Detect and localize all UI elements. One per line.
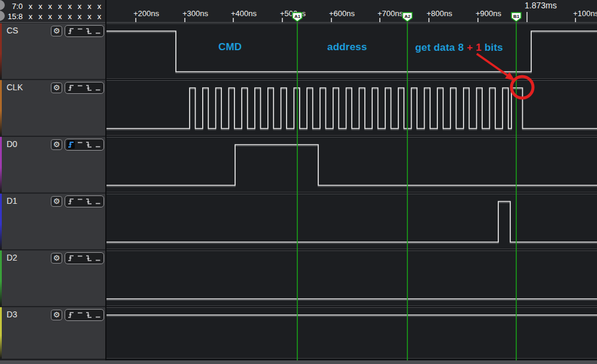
gear-icon[interactable]: ⚙ xyxy=(51,139,62,150)
ruler-tick-mark xyxy=(575,18,576,22)
channel-name-label: CLK xyxy=(7,82,23,92)
wave-lane-d1[interactable] xyxy=(106,194,597,249)
low-level-trigger-icon[interactable] xyxy=(94,254,102,262)
bit-unassigned-mark: x xyxy=(37,2,43,11)
bit-unassigned-mark: x xyxy=(67,2,73,11)
low-level-trigger-icon[interactable] xyxy=(94,84,102,92)
channel-row-d3: D3⚙ xyxy=(0,307,105,359)
panel-divider xyxy=(105,0,106,360)
falling-edge-trigger-icon[interactable] xyxy=(85,197,93,206)
ruler-tick-mark xyxy=(428,18,430,22)
high-level-trigger-icon[interactable] xyxy=(76,311,84,319)
bit-unassigned-mark: x xyxy=(77,12,83,21)
channel-name-label: D1 xyxy=(7,196,17,206)
gear-icon[interactable]: ⚙ xyxy=(51,82,62,93)
high-level-trigger-icon[interactable] xyxy=(76,197,84,206)
rising-edge-trigger-icon[interactable] xyxy=(67,197,75,206)
low-level-trigger-icon[interactable] xyxy=(94,311,102,319)
bit-unassigned-mark: x xyxy=(87,12,93,21)
ruler-tick-label: +900ns xyxy=(476,9,501,18)
channel-row-d2: D2⚙ xyxy=(0,250,105,306)
ruler-tick-mark xyxy=(135,18,136,22)
ruler-tick-label: +700ns xyxy=(377,9,403,18)
low-level-trigger-icon[interactable] xyxy=(94,197,102,206)
bit-unassigned-mark: x xyxy=(96,2,102,11)
trigger-mode-group xyxy=(65,195,104,207)
bit-cells: xxxxxxxx xyxy=(23,12,105,21)
gear-icon[interactable]: ⚙ xyxy=(51,310,62,320)
channel-color-stripe xyxy=(0,23,2,79)
bit-row: 7:0xxxxxxxx xyxy=(0,1,105,11)
falling-edge-trigger-icon[interactable] xyxy=(85,27,93,35)
channel-color-stripe xyxy=(0,194,2,249)
bit-unassigned-mark: x xyxy=(87,2,93,11)
gear-icon[interactable]: ⚙ xyxy=(51,253,62,264)
trigger-mode-group xyxy=(65,309,104,321)
ruler-tick-label: +200ns xyxy=(133,9,159,18)
ruler-tick-label: +100ns xyxy=(573,9,597,18)
rising-edge-trigger-icon[interactable] xyxy=(67,311,75,319)
ruler-tick-mark xyxy=(477,18,479,22)
channel-name-label: D3 xyxy=(7,310,17,319)
high-level-trigger-icon[interactable] xyxy=(76,254,84,262)
gear-icon[interactable]: ⚙ xyxy=(51,196,62,207)
bit-unassigned-mark: x xyxy=(28,12,33,21)
bit-unassigned-mark: x xyxy=(47,2,53,11)
bit-range-label: 7:0 xyxy=(0,2,23,11)
bit-row: 15:8xxxxxxxx xyxy=(0,11,105,21)
rising-edge-trigger-icon[interactable] xyxy=(67,84,75,92)
wave-lane-cs[interactable] xyxy=(106,23,597,79)
trigger-mode-group xyxy=(65,252,104,264)
trigger-mode-group xyxy=(65,82,104,94)
channel-color-stripe xyxy=(0,137,2,192)
wave-lane-d0[interactable] xyxy=(106,137,597,192)
ruler-tick-mark xyxy=(184,18,185,22)
wave-lane-d3[interactable] xyxy=(106,307,597,359)
bit-unassigned-mark: x xyxy=(47,12,53,21)
rising-edge-trigger-icon[interactable] xyxy=(67,254,75,262)
rising-edge-trigger-icon[interactable] xyxy=(67,27,75,35)
channel-name-label: D2 xyxy=(7,253,17,262)
wave-lane-d2[interactable] xyxy=(106,250,597,306)
high-level-trigger-icon[interactable] xyxy=(76,140,84,149)
channel-row-clk: CLK⚙ xyxy=(0,80,105,136)
falling-edge-trigger-icon[interactable] xyxy=(85,140,93,149)
svg-text:A1: A1 xyxy=(294,14,301,19)
trigger-mode-group xyxy=(65,139,104,151)
wave-lane-clk[interactable] xyxy=(106,80,597,136)
gear-icon[interactable]: ⚙ xyxy=(51,26,62,36)
channel-name-label: CS xyxy=(7,26,18,35)
ruler-tick-mark xyxy=(331,18,332,22)
ruler-tick-mark xyxy=(282,18,283,22)
channel-row-d1: D1⚙ xyxy=(0,194,105,249)
bit-unassigned-mark: x xyxy=(37,12,43,21)
ruler-tick-mark xyxy=(379,18,380,22)
ruler-tick-label: +400ns xyxy=(231,9,257,18)
horizontal-scrollbar[interactable] xyxy=(0,360,597,364)
falling-edge-trigger-icon[interactable] xyxy=(85,84,93,92)
ruler-major-label: 1.873ms xyxy=(525,1,557,10)
bit-unassigned-mark: x xyxy=(57,12,63,21)
rising-edge-trigger-icon[interactable] xyxy=(67,140,75,149)
low-level-trigger-icon[interactable] xyxy=(94,140,102,149)
bit-unassigned-mark: x xyxy=(57,2,63,11)
ruler-tick-label: +600ns xyxy=(329,9,355,18)
channel-color-stripe xyxy=(0,307,2,359)
channel-label-panel: CS⚙CLK⚙D0⚙D1⚙D2⚙D3⚙ xyxy=(0,23,105,360)
top-header: 7:0xxxxxxxx15:8xxxxxxxx +200ns+300ns+400… xyxy=(0,0,597,23)
waveform-panel[interactable] xyxy=(106,23,597,360)
falling-edge-trigger-icon[interactable] xyxy=(85,311,93,319)
bit-unassigned-mark: x xyxy=(28,2,33,11)
falling-edge-trigger-icon[interactable] xyxy=(85,254,93,262)
ruler-tick-label: +800ns xyxy=(427,9,452,18)
ruler-tick-mark xyxy=(526,12,528,22)
low-level-trigger-icon[interactable] xyxy=(94,27,102,35)
channel-row-cs: CS⚙ xyxy=(0,23,105,79)
channel-color-stripe xyxy=(0,80,2,136)
svg-text:B1: B1 xyxy=(513,14,520,19)
high-level-trigger-icon[interactable] xyxy=(76,84,84,92)
high-level-trigger-icon[interactable] xyxy=(76,27,84,35)
bit-range-label: 15:8 xyxy=(0,12,23,21)
svg-text:A2: A2 xyxy=(404,14,411,19)
time-ruler[interactable]: +200ns+300ns+400ns+500ns+600ns+700ns+800… xyxy=(105,0,597,22)
